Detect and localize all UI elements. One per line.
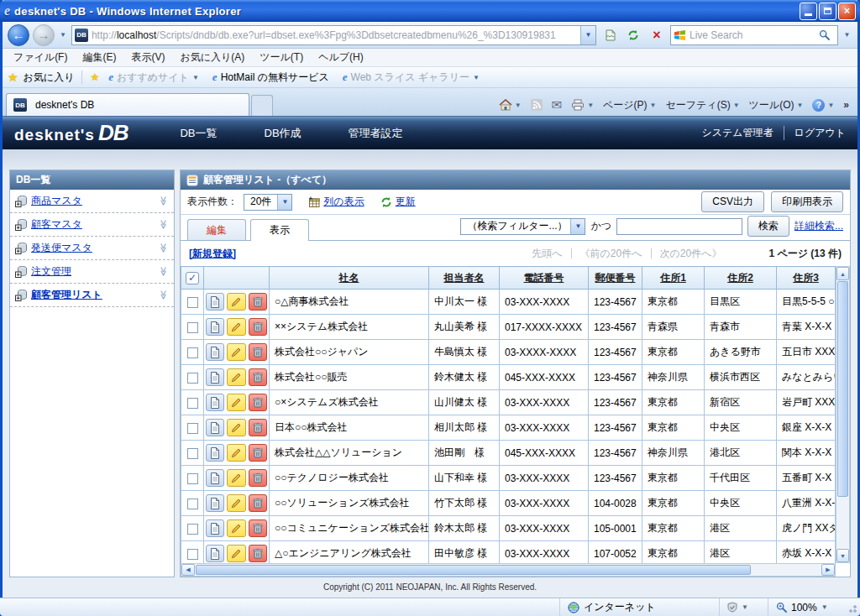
sidebar-db-item[interactable]: 注文管理 ≫	[10, 260, 174, 284]
minimize-button[interactable]	[800, 3, 817, 20]
delete-record-button[interactable]	[249, 343, 267, 361]
delete-record-button[interactable]	[249, 368, 267, 386]
expand-chevron-icon[interactable]: ≫	[159, 220, 170, 230]
next-page-link[interactable]: 次の20件へ》	[660, 247, 722, 261]
csv-export-button[interactable]: CSV出力	[701, 191, 764, 212]
tools-menu[interactable]: ツール(O)▼	[749, 98, 804, 112]
sidebar-db-link[interactable]: 顧客管理リスト	[31, 288, 102, 302]
view-record-button[interactable]	[206, 343, 224, 361]
view-record-button[interactable]	[206, 368, 224, 386]
sort-link[interactable]: 郵便番号	[595, 272, 636, 284]
prev-page-link[interactable]: 《前の20件へ	[580, 247, 642, 261]
stop-button[interactable]: ×	[647, 25, 667, 45]
first-page-link[interactable]: 先頭へ	[532, 247, 562, 261]
live-search-box[interactable]: Live Search	[670, 25, 838, 45]
expand-chevron-icon[interactable]: ≫	[159, 290, 170, 300]
row-checkbox[interactable]	[187, 373, 198, 384]
mode-tab[interactable]: 表示	[250, 219, 309, 241]
feeds-button[interactable]	[531, 99, 543, 111]
app-nav-item[interactable]: DB一覧	[180, 126, 217, 141]
vertical-scroll-track[interactable]	[836, 498, 849, 549]
help-button[interactable]: ?▼	[812, 99, 834, 112]
view-record-button[interactable]	[206, 545, 224, 562]
new-tab-stub[interactable]	[251, 95, 273, 116]
view-record-button[interactable]	[206, 444, 224, 462]
row-checkbox[interactable]	[187, 322, 198, 333]
edit-record-button[interactable]	[227, 419, 245, 436]
expand-chevron-icon[interactable]: ≫	[159, 267, 170, 277]
app-nav-item[interactable]: 管理者設定	[349, 126, 403, 141]
print-button[interactable]: ▼	[571, 99, 594, 111]
favorites-link[interactable]: e Web スライス ギャラリー ▼	[338, 70, 484, 86]
search-filter-select[interactable]: （検索フィルター...） ▼	[460, 218, 585, 235]
scroll-up-button[interactable]: ▲	[836, 267, 849, 280]
search-options-dropdown[interactable]: ▼	[842, 31, 852, 39]
edit-record-button[interactable]	[227, 394, 245, 411]
vertical-scroll-thumb[interactable]	[837, 281, 848, 497]
edit-record-button[interactable]	[227, 444, 245, 462]
menu-item[interactable]: ファイル(F)	[6, 49, 75, 66]
compatibility-view-button[interactable]	[600, 25, 620, 45]
favorites-link[interactable]: e HotMail の無料サービス ▼	[208, 70, 333, 86]
close-button[interactable]: ×	[838, 3, 856, 20]
delete-record-button[interactable]	[249, 293, 267, 311]
address-input[interactable]: DB http://localhost/Scripts/dndb/db.exe?…	[71, 25, 596, 45]
sidebar-db-item[interactable]: 発送便マスタ ≫	[10, 237, 174, 260]
display-count-select[interactable]: 20件 ▼	[244, 194, 292, 211]
search-magnifier-button[interactable]	[814, 25, 834, 45]
horizontal-scrollbar[interactable]: ◀ ▶	[181, 563, 836, 577]
scroll-left-button[interactable]: ◀	[181, 564, 195, 576]
vertical-scrollbar[interactable]: ▲ ▼	[836, 266, 850, 563]
safety-menu[interactable]: セーフティ(S)▼	[666, 98, 740, 112]
row-checkbox[interactable]	[187, 347, 198, 358]
search-button[interactable]: 検索	[747, 216, 789, 237]
add-to-favorites-icon[interactable]: ★	[90, 71, 99, 83]
horizontal-scroll-track[interactable]	[752, 564, 821, 576]
menu-item[interactable]: 表示(V)	[123, 49, 172, 66]
delete-record-button[interactable]	[249, 318, 267, 336]
sidebar-db-item[interactable]: 商品マスタ ≫	[10, 190, 174, 213]
edit-record-button[interactable]	[227, 343, 245, 361]
zoom-control[interactable]: 100% ▼	[768, 598, 848, 616]
sidebar-db-item[interactable]: 顧客マスタ ≫	[10, 213, 174, 237]
sidebar-db-link[interactable]: 顧客マスタ	[31, 217, 82, 232]
sidebar-db-link[interactable]: 発送便マスタ	[31, 241, 92, 255]
advanced-search-link[interactable]: 詳細検索...	[794, 219, 843, 233]
expand-chevron-icon[interactable]: ≫	[159, 243, 170, 253]
delete-record-button[interactable]	[249, 419, 267, 436]
edit-record-button[interactable]	[227, 318, 245, 336]
sidebar-db-link[interactable]: 注文管理	[31, 264, 71, 279]
sidebar-db-link[interactable]: 商品マスタ	[31, 194, 82, 208]
view-record-button[interactable]	[206, 419, 224, 436]
delete-record-button[interactable]	[249, 444, 267, 462]
favorites-link[interactable]: e おすすめサイト ▼	[104, 70, 203, 86]
row-checkbox[interactable]	[187, 398, 198, 409]
delete-record-button[interactable]	[249, 394, 267, 411]
row-checkbox[interactable]	[187, 473, 198, 484]
sort-link[interactable]: 担当者名	[444, 272, 485, 284]
sort-link[interactable]: 社名	[339, 272, 359, 284]
delete-record-button[interactable]	[249, 469, 267, 487]
refresh-list-link[interactable]: 更新	[380, 195, 416, 209]
select-all-checkbox[interactable]: ✓	[186, 272, 199, 285]
sidebar-db-item[interactable]: 顧客管理リスト ≫	[10, 284, 174, 307]
view-record-button[interactable]	[206, 293, 224, 311]
print-view-button[interactable]: 印刷用表示	[771, 191, 843, 212]
home-button[interactable]: ▼	[499, 99, 522, 111]
sort-link[interactable]: 住所2	[727, 272, 753, 284]
logout-link[interactable]: ログアウト	[784, 126, 846, 140]
horizontal-scroll-thumb[interactable]	[196, 565, 751, 575]
toolbar-overflow-chevron[interactable]: »	[843, 99, 849, 111]
edit-record-button[interactable]	[227, 293, 245, 311]
delete-record-button[interactable]	[249, 494, 267, 512]
edit-record-button[interactable]	[227, 494, 245, 512]
menu-item[interactable]: お気に入り(A)	[172, 49, 252, 66]
resize-grip[interactable]	[848, 598, 860, 616]
new-record-link[interactable]: [新規登録]	[189, 247, 236, 261]
keyword-input[interactable]	[616, 218, 742, 235]
expand-chevron-icon[interactable]: ≫	[159, 196, 170, 206]
delete-record-button[interactable]	[249, 545, 267, 562]
back-button[interactable]: ←	[8, 24, 29, 46]
read-mail-button[interactable]: ✉	[552, 97, 563, 112]
row-checkbox[interactable]	[187, 423, 198, 434]
